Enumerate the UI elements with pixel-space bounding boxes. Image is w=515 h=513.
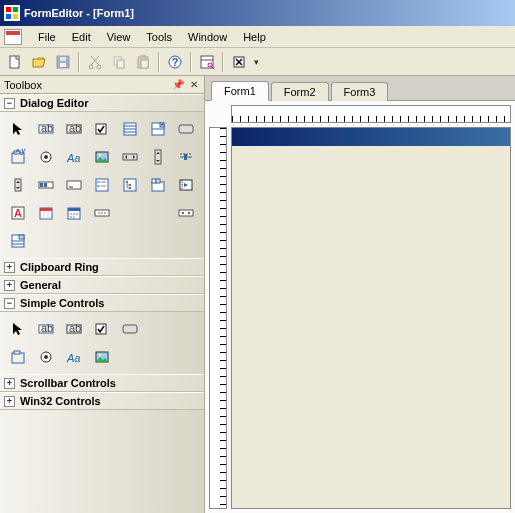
svg-rect-10 bbox=[140, 55, 146, 58]
richtext-tool[interactable]: A bbox=[6, 202, 30, 224]
window-title: FormEditor - [Form1] bbox=[24, 7, 134, 19]
button-tool[interactable] bbox=[174, 118, 198, 140]
copy-button[interactable] bbox=[108, 51, 130, 73]
pointer-tool[interactable] bbox=[6, 118, 30, 140]
slider-tool[interactable] bbox=[174, 146, 198, 168]
vscroll-tool[interactable] bbox=[146, 146, 170, 168]
properties-button[interactable] bbox=[196, 51, 218, 73]
listbox-tool[interactable] bbox=[118, 118, 142, 140]
combobox-tool[interactable] bbox=[146, 118, 170, 140]
design-area: Form1 Form2 Form3 bbox=[205, 76, 515, 513]
pointer-tool[interactable] bbox=[6, 318, 30, 340]
close-icon[interactable]: ✕ bbox=[188, 79, 200, 91]
titlebar[interactable]: FormEditor - [Form1] bbox=[0, 0, 515, 26]
svg-point-38 bbox=[99, 154, 102, 157]
checkbox-tool[interactable] bbox=[90, 118, 114, 140]
menubar: File Edit View Tools Window Help bbox=[0, 26, 515, 48]
section-dialog-editor[interactable]: − Dialog Editor bbox=[0, 94, 204, 112]
groupbox-tool[interactable] bbox=[6, 346, 30, 368]
listview-tool[interactable] bbox=[90, 174, 114, 196]
svg-text:ab|: ab| bbox=[69, 322, 82, 334]
svg-text:ab: ab bbox=[41, 122, 53, 134]
expand-icon: + bbox=[4, 262, 15, 273]
groupbox-tool[interactable]: xy bbox=[6, 146, 30, 168]
tab-form2[interactable]: Form2 bbox=[271, 82, 329, 101]
menu-file[interactable]: File bbox=[30, 29, 64, 45]
tab-tool[interactable] bbox=[146, 174, 170, 196]
textbox-tool[interactable]: ab| bbox=[62, 318, 86, 340]
hotkey-tool[interactable] bbox=[62, 174, 86, 196]
svg-rect-22 bbox=[96, 124, 106, 134]
main-area: Toolbox 📌 ✕ − Dialog Editor ab ab| xy bbox=[0, 76, 515, 513]
separator bbox=[158, 52, 160, 72]
radio-tool[interactable] bbox=[34, 146, 58, 168]
section-label: General bbox=[20, 279, 61, 291]
button-tool[interactable] bbox=[118, 318, 142, 340]
menu-help[interactable]: Help bbox=[235, 29, 274, 45]
monthcal-tool[interactable] bbox=[62, 202, 86, 224]
svg-rect-45 bbox=[40, 183, 43, 187]
textbox-tool[interactable]: ab| bbox=[62, 118, 86, 140]
section-general[interactable]: + General bbox=[0, 276, 204, 294]
custom-tool[interactable] bbox=[174, 202, 198, 224]
vertical-ruler[interactable] bbox=[209, 127, 227, 509]
svg-rect-70 bbox=[68, 208, 80, 211]
toolbox-header: Toolbox 📌 ✕ bbox=[0, 76, 204, 94]
expand-icon: + bbox=[4, 378, 15, 389]
tab-form3[interactable]: Form3 bbox=[331, 82, 389, 101]
menu-edit[interactable]: Edit bbox=[64, 29, 99, 45]
section-clipboard-ring[interactable]: + Clipboard Ring bbox=[0, 258, 204, 276]
spin-tool[interactable] bbox=[6, 174, 30, 196]
tab-form1[interactable]: Form1 bbox=[211, 81, 269, 101]
extended-tool[interactable] bbox=[6, 230, 30, 252]
radio-tool[interactable] bbox=[34, 346, 58, 368]
form-titlebar[interactable] bbox=[232, 128, 510, 146]
datetimepicker-tool[interactable] bbox=[34, 202, 58, 224]
app-icon bbox=[4, 5, 20, 21]
form-canvas[interactable] bbox=[231, 127, 511, 509]
dropdown-arrow-icon[interactable]: ▾ bbox=[252, 57, 261, 67]
separator bbox=[78, 52, 80, 72]
section-win32-controls[interactable]: + Win32 Controls bbox=[0, 392, 204, 410]
progress-tool[interactable] bbox=[34, 174, 58, 196]
horizontal-ruler[interactable] bbox=[231, 105, 511, 123]
ipaddress-tool[interactable] bbox=[90, 202, 114, 224]
menu-tools[interactable]: Tools bbox=[138, 29, 180, 45]
font-tool[interactable]: Aa bbox=[62, 146, 86, 168]
section-scrollbar-controls[interactable]: + Scrollbar Controls bbox=[0, 374, 204, 392]
hscroll-tool[interactable] bbox=[118, 146, 142, 168]
help-button[interactable]: ? bbox=[164, 51, 186, 73]
save-button[interactable] bbox=[52, 51, 74, 73]
form-body[interactable] bbox=[232, 146, 510, 508]
svg-rect-9 bbox=[141, 60, 148, 68]
svg-rect-66 bbox=[40, 208, 52, 211]
new-button[interactable] bbox=[4, 51, 26, 73]
svg-rect-7 bbox=[117, 60, 124, 68]
menu-view[interactable]: View bbox=[99, 29, 139, 45]
delete-button[interactable] bbox=[228, 51, 250, 73]
expand-icon: + bbox=[4, 396, 15, 407]
open-button[interactable] bbox=[28, 51, 50, 73]
svg-rect-30 bbox=[179, 125, 193, 133]
expand-icon: + bbox=[4, 280, 15, 291]
cut-button[interactable] bbox=[84, 51, 106, 73]
label-tool[interactable]: ab bbox=[34, 118, 58, 140]
section-simple-controls[interactable]: − Simple Controls bbox=[0, 294, 204, 312]
svg-rect-79 bbox=[19, 235, 24, 239]
section-label: Dialog Editor bbox=[20, 97, 88, 109]
simple-controls-tools: ab ab| Aa bbox=[0, 312, 204, 374]
animation-tool[interactable] bbox=[174, 174, 198, 196]
picture-tool[interactable] bbox=[90, 146, 114, 168]
svg-rect-0 bbox=[10, 56, 19, 68]
paste-button[interactable] bbox=[132, 51, 154, 73]
picture-tool[interactable] bbox=[90, 346, 114, 368]
checkbox-tool[interactable] bbox=[90, 318, 114, 340]
system-menu-icon[interactable] bbox=[4, 29, 22, 45]
dialog-editor-tools: ab ab| xy Aa A bbox=[0, 112, 204, 258]
menu-window[interactable]: Window bbox=[180, 29, 235, 45]
label-tool[interactable]: ab bbox=[34, 318, 58, 340]
svg-rect-59 bbox=[152, 179, 156, 183]
font-tool[interactable]: Aa bbox=[62, 346, 86, 368]
treeview-tool[interactable] bbox=[118, 174, 142, 196]
pin-icon[interactable]: 📌 bbox=[172, 79, 184, 91]
